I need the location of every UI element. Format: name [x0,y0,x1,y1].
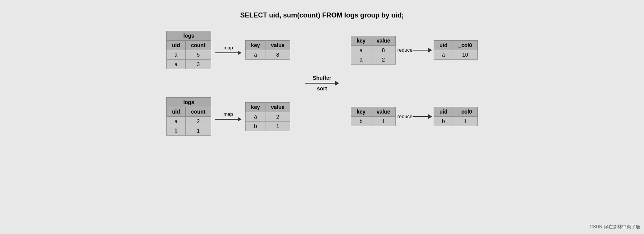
bottom-reduce-arrow: reduce [397,114,432,119]
top-reduce-r1c2: 10 [453,50,478,60]
top-shuffle-r1c2: 8 [371,45,396,55]
top-map-result: key value a 8 [245,40,290,60]
top-map-header-value: value [265,41,290,50]
bottom-map-result: key value a 2 b 1 [245,102,290,131]
bottom-shuffle-header-key: key [351,107,371,117]
bottom-map-r2c2: 1 [265,121,290,131]
bottom-logs-header-count: count [185,107,211,117]
top-reduce-label: reduce [397,47,412,53]
top-logs-header-count: count [185,41,211,50]
top-shuffle-header-key: key [351,36,371,45]
shuffle-label-bottom: sort [317,85,327,92]
top-reduce-header-uid: uid [434,41,453,50]
shuffle-line-container [305,81,339,85]
bottom-after-shuffle-table: key value b 1 [351,107,396,126]
bottom-logs-r1c2: 2 [185,117,211,126]
top-reduce-result: uid _col0 a 10 [434,40,478,60]
bottom-logs-table: logs uid count a 2 b 1 [166,97,211,136]
top-map-result-table: key value a 8 [245,40,290,60]
bottom-reduce-arrowhead [428,114,432,119]
bottom-map-arrow-line [215,119,238,120]
top-row: logs uid count a 5 a 3 [166,31,478,69]
top-reduce-result-table: uid _col0 a 10 [434,40,478,60]
bottom-reduce-r1c1: b [434,117,453,126]
watermark: CSDN @在森林中糜了鹿 [589,224,640,230]
bottom-logs-r2c2: 1 [185,126,211,136]
bottom-map-label: map [223,111,233,117]
shuffle-sort-section: Shuffer sort [305,75,339,92]
top-logs-r2c1: a [166,60,185,69]
top-logs-table: logs uid count a 5 a 3 [166,31,211,69]
sql-title: SELECT uid, sum(count) FROM logs group b… [8,11,636,19]
bottom-reduce-header-uid: uid [434,107,453,117]
top-reduce-arrowhead [428,48,432,52]
bottom-source-table: logs uid count a 2 b 1 [166,97,211,136]
top-map-arrow: map [215,45,242,55]
bottom-logs-r1c1: a [166,117,185,126]
bottom-reduce-line [413,116,428,117]
top-reduce-line [413,50,428,51]
top-logs-header-uid: uid [166,41,185,50]
top-map-r1c1: a [246,50,265,60]
bottom-row: logs uid count a 2 b 1 [166,97,478,136]
top-map-arrowhead [238,51,242,55]
top-shuffle-r2c1: a [351,55,371,64]
bottom-shuffle-r1c2: 1 [371,117,396,126]
top-map-header-key: key [246,41,265,50]
top-reduce-r1c1: a [434,50,453,60]
top-shuffle-header-value: value [371,36,396,45]
bottom-shuffle-header-value: value [371,107,396,117]
bottom-map-r1c1: a [246,112,265,121]
bottom-reduce-result-table: uid _col0 b 1 [434,107,478,126]
bottom-reduce-label: reduce [397,114,412,119]
bottom-map-result-table: key value a 2 b 1 [245,102,290,131]
top-shuffle-r2c2: 2 [371,55,396,64]
bottom-logs-r2c1: b [166,126,185,136]
bottom-map-header-value: value [265,102,290,112]
top-logs-r1c1: a [166,50,185,60]
content-area: logs uid count a 5 a 3 [8,31,636,136]
top-reduce-arrow: reduce [397,47,432,53]
bottom-reduce-result: uid _col0 b 1 [434,107,478,126]
top-reduce-header-col0: _col0 [453,41,478,50]
top-map-r1c2: 8 [265,50,290,60]
bottom-map-arrow: map [215,111,242,122]
shuffle-label-top: Shuffer [313,75,331,81]
bottom-map-r2c1: b [246,121,265,131]
top-map-label: map [223,45,233,51]
bottom-reduce-r1c2: 1 [453,117,478,126]
top-after-shuffle-table: key value a 8 a 2 [351,36,396,65]
bottom-map-arrowhead [238,117,242,122]
bottom-reduce-header-col0: _col0 [453,107,478,117]
top-logs-title: logs [166,31,211,41]
shuffle-arrow: Shuffer sort [305,75,339,92]
bottom-after-shuffle: key value b 1 [351,107,396,126]
top-source-table: logs uid count a 5 a 3 [166,31,211,69]
shuffle-arrowhead [335,81,339,85]
shuffle-line [305,83,335,84]
top-shuffle-r1c1: a [351,45,371,55]
top-logs-r1c2: 5 [185,50,211,60]
top-map-arrow-line [215,52,238,53]
bottom-map-header-key: key [246,102,265,112]
top-logs-r2c2: 3 [185,60,211,69]
bottom-logs-title: logs [166,98,211,107]
bottom-map-r1c2: 2 [265,112,290,121]
top-after-shuffle: key value a 8 a 2 [351,36,396,65]
bottom-logs-header-uid: uid [166,107,185,117]
bottom-shuffle-r1c1: b [351,117,371,126]
main-container: SELECT uid, sum(count) FROM logs group b… [0,0,644,234]
